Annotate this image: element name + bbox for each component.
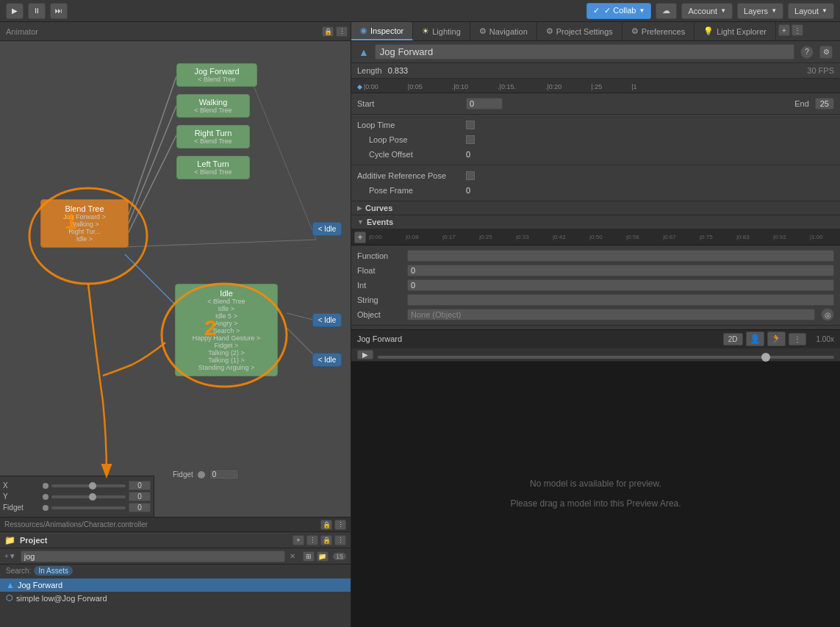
param-fidget-slider[interactable] — [51, 506, 126, 509]
project-menu-button[interactable]: ⋮ — [306, 535, 318, 545]
path-lock-icon[interactable]: 🔒 — [320, 520, 332, 530]
preview-avatar-button[interactable]: 👤 — [746, 332, 764, 346]
event-string-input[interactable] — [407, 294, 834, 306]
node-idle-sub9: Talking (1) > — [183, 357, 270, 364]
node-walking[interactable]: Walking < Blend Tree — [176, 94, 250, 118]
node-idle[interactable]: Idle < Blend Tree Idle > Idle 5 > Angry … — [175, 284, 278, 376]
tab-project-settings[interactable]: ⚙ Project Settings — [537, 22, 622, 40]
start-end-section: Start End 25 — [351, 93, 840, 115]
tab-preferences[interactable]: ⚙ Preferences — [622, 22, 694, 40]
fidget-value-input[interactable] — [209, 469, 239, 480]
settings-button[interactable]: ⚙ — [819, 46, 833, 59]
tab-more-button[interactable]: ⋮ — [791, 24, 803, 36]
preview-scrubber[interactable]: ▶ — [351, 348, 840, 362]
ruler-tick-5: |0:05 — [408, 83, 423, 90]
event-function-input[interactable] — [407, 250, 834, 262]
play-button[interactable]: ▶ — [6, 3, 24, 19]
search-input[interactable] — [21, 551, 285, 562]
node-jog-forward[interactable]: Jog Forward < Blend Tree — [176, 63, 257, 87]
param-y-dot — [43, 494, 49, 500]
param-x-dot — [43, 483, 49, 489]
loop-pose-checkbox[interactable] — [466, 135, 475, 144]
layout-button[interactable]: Layout ▼ — [788, 3, 834, 19]
ruler-tick-15: .|0:15. — [498, 83, 516, 90]
event-tick-67: |0:67 — [663, 234, 676, 240]
node-blend-tree-sub3: Right Tur... — [49, 228, 121, 235]
search-clear-icon[interactable]: ✕ — [290, 552, 295, 560]
event-object-picker-button[interactable]: ◎ — [821, 308, 834, 321]
additive-ref-checkbox[interactable] — [466, 171, 475, 180]
layers-button[interactable]: Layers ▼ — [737, 3, 783, 19]
search-location[interactable]: In Assets — [34, 566, 73, 576]
preview-2d-button[interactable]: 2D — [723, 333, 743, 345]
param-x-input[interactable] — [129, 481, 151, 490]
account-button[interactable]: Account ▼ — [681, 3, 733, 19]
preview-more-button[interactable]: ⋮ — [789, 333, 806, 345]
pause-button[interactable]: ⏸ — [28, 3, 46, 19]
project-lock-icon[interactable]: 🔒 — [320, 535, 332, 545]
event-float-input[interactable] — [407, 265, 834, 276]
layout-label: Layout — [794, 7, 819, 15]
node-right-turn[interactable]: Right Turn < Blend Tree — [176, 125, 250, 148]
path-menu-icon[interactable]: ⋮ — [334, 520, 346, 530]
node-blend-tree-label: Blend Tree — [49, 204, 121, 213]
params-panel: X Y Fidget — [0, 476, 154, 517]
event-object-input[interactable] — [407, 309, 815, 320]
node-blend-tree-sub4: Idle > — [49, 235, 121, 243]
search-btn-1[interactable]: ⊞ — [303, 551, 315, 562]
search-btn-2[interactable]: 📁 — [317, 551, 329, 562]
plus-icon[interactable]: +▼ — [4, 552, 16, 560]
event-add-button[interactable]: + — [354, 232, 366, 243]
step-button[interactable]: ⏭ — [50, 3, 68, 19]
param-fidget-label: Fidget — [3, 504, 40, 512]
lock-icon[interactable]: 🔒 — [322, 26, 334, 37]
node-side-3[interactable]: < Idle — [312, 353, 342, 367]
timeline-ruler[interactable]: ◆ |0:00 |0:05 .|0:10 .|0:15. .|0:20 |:25… — [351, 79, 840, 93]
param-x-slider[interactable] — [51, 484, 126, 487]
pose-frame-value: 0 — [466, 186, 470, 195]
right-panel: ▲ ? ⚙ Length 0.833 30 FPS ◆ |0:00 |0:05 … — [351, 41, 840, 627]
loop-pose-label: Loop Pose — [357, 135, 460, 144]
collab-button[interactable]: ✓ ✓ Collab ▼ — [586, 3, 651, 19]
left-menu-icon[interactable]: ⋮ — [336, 26, 348, 37]
end-label: End — [794, 99, 809, 108]
project-more-icon[interactable]: ⋮ — [334, 535, 346, 545]
tab-inspector[interactable]: ◉ Inspector — [351, 22, 413, 40]
event-object-row: Object ◎ — [357, 307, 834, 322]
tab-light-explorer[interactable]: 💡 Light Explorer — [694, 22, 776, 40]
cloud-button[interactable]: ☁ — [656, 3, 677, 19]
file-list: ▲ Jog Forward ⬡ simple low@Jog Forward — [0, 577, 351, 627]
help-button[interactable]: ? — [800, 46, 814, 59]
anim-title-input[interactable] — [375, 44, 794, 60]
animator-canvas[interactable]: Jog Forward < Blend Tree Walking < Blend… — [0, 41, 351, 517]
file-item-simple-low[interactable]: ⬡ simple low@Jog Forward — [0, 592, 351, 604]
node-side-1[interactable]: < Idle — [312, 222, 342, 236]
tab-lighting[interactable]: ☀ Lighting — [413, 22, 470, 40]
param-y-input[interactable] — [129, 492, 151, 501]
node-jog-forward-sub: < Blend Tree — [184, 76, 249, 83]
event-int-input[interactable] — [407, 279, 834, 291]
node-side-2[interactable]: < Idle — [312, 313, 342, 327]
preview-terrain-button[interactable]: 🏃 — [767, 332, 786, 346]
loop-time-checkbox[interactable] — [466, 121, 475, 129]
file-item-jog-forward[interactable]: ▲ Jog Forward — [0, 578, 351, 592]
start-input[interactable] — [466, 98, 503, 110]
tab-add-button[interactable]: + — [778, 24, 790, 36]
param-y-slider[interactable] — [51, 495, 126, 498]
node-blend-tree[interactable]: Blend Tree Jog Forward > Walking > Right… — [40, 199, 129, 248]
event-tick-17: |0:17 — [442, 234, 456, 240]
preview-speed: 1.00x — [816, 335, 834, 343]
param-fidget-input[interactable] — [129, 503, 151, 512]
node-left-turn[interactable]: Left Turn < Blend Tree — [176, 156, 250, 179]
file-name-jog-forward: Jog Forward — [18, 581, 62, 590]
scrubber-track[interactable] — [378, 356, 834, 359]
events-timeline[interactable]: + |0:00 |0:08 |0:17 |0:25 |0:33 |0:42 |0… — [351, 229, 840, 246]
project-add-button[interactable]: + — [292, 535, 304, 545]
tab-navigation[interactable]: ⚙ Navigation — [470, 22, 537, 40]
curves-section-header[interactable]: ▶ Curves — [351, 201, 840, 215]
events-section-header[interactable]: ▼ Events — [351, 215, 840, 229]
svg-line-2 — [125, 135, 176, 240]
scrubber-thumb[interactable] — [761, 353, 770, 362]
path-bar-controls: 🔒 ⋮ — [320, 520, 346, 530]
preview-play-button[interactable]: ▶ — [357, 350, 373, 359]
